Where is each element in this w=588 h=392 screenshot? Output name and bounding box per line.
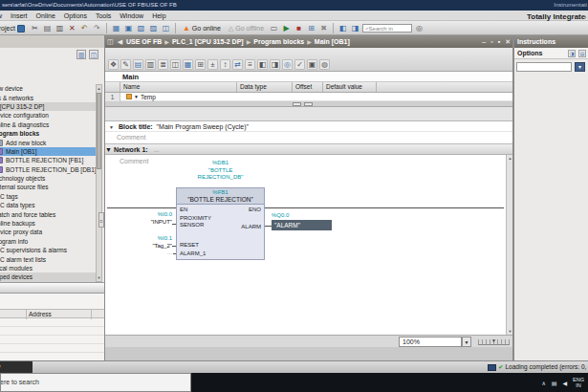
- restore-icon[interactable]: ▫: [490, 35, 492, 48]
- editor-toolbar-icon-9[interactable]: ±: [207, 59, 218, 70]
- tree-collapse-icon[interactable]: ◫: [89, 50, 98, 59]
- breadcrumb-part-2[interactable]: Program blocks: [253, 38, 304, 45]
- editor-toolbar-icon-12[interactable]: ≡: [245, 59, 255, 70]
- column-header-default-value[interactable]: Offset: [293, 82, 323, 92]
- editor-toolbar-icon-14[interactable]: ◨: [270, 59, 280, 70]
- dock-icon[interactable]: ◫: [107, 35, 114, 48]
- network-1-header[interactable]: ▼ Network 1: ...: [105, 143, 513, 155]
- start-cpu-icon[interactable]: ▶: [281, 23, 292, 33]
- device-view-icon[interactable]: ▣: [123, 23, 134, 33]
- options-icon-2[interactable]: ▤: [578, 50, 586, 57]
- tray-volume-icon[interactable]: ◀: [562, 380, 567, 386]
- remove-icon[interactable]: ✖: [318, 23, 329, 33]
- project-search-input[interactable]: <Search in project>: [362, 24, 412, 33]
- pin-alarm-output[interactable]: ALARM: [241, 224, 261, 230]
- operand-input[interactable]: %I0.0 "INPUT": [122, 211, 172, 226]
- sidebar-item-technology-objects[interactable]: ▶Technology objects: [0, 174, 98, 183]
- editor-toolbar-icon-16[interactable]: ✓: [294, 59, 305, 70]
- sidebar-item-plc-alarm-text-lists[interactable]: PLC alarm text lists: [0, 254, 98, 263]
- sidebar-item-plc-1-cpu-315-2-dp[interactable]: ▼PLC_1 [CPU 315-2 DP]: [0, 102, 98, 111]
- network-canvas[interactable]: Comment %DB1 "BOTTLE REJECTION_DB" %FB1 …: [105, 155, 513, 335]
- detailed-view-address-header[interactable]: Address: [0, 309, 104, 318]
- panel-splitter-grip[interactable]: ≡: [98, 212, 104, 228]
- interface-row-temp[interactable]: 1 ▼ Temp: [105, 93, 513, 101]
- sidebar-item-local-modules[interactable]: ▶Local modules: [0, 264, 98, 272]
- editor-toolbar-icon-18[interactable]: ◍: [319, 59, 330, 70]
- delete-icon[interactable]: ✕: [67, 23, 77, 33]
- language-indicator[interactable]: ENGIN: [573, 377, 584, 388]
- sidebar-item-online-backups[interactable]: ▶Online backups: [0, 219, 98, 228]
- sidebar-item-online-diagnostics[interactable]: Online & diagnostics: [0, 120, 98, 129]
- tray-network-icon[interactable]: ▤: [552, 380, 557, 386]
- column-header-comment[interactable]: Default value: [323, 82, 377, 92]
- sidebar-item-plc-supervisions-alarms[interactable]: PLC supervisions & alarms: [0, 246, 98, 254]
- detailed-view-header[interactable]: Detailed view: [0, 282, 104, 294]
- windows-search-box[interactable]: Type here to search: [0, 373, 191, 392]
- editor-toolbar-icon-4[interactable]: ▥: [145, 59, 156, 70]
- maximize-icon[interactable]: ▪: [498, 35, 500, 48]
- save-project-button[interactable]: Save project: [0, 22, 28, 34]
- menu-online[interactable]: Online: [36, 11, 55, 21]
- sidebar-item-plc-data-types[interactable]: ▶PLC data types: [0, 201, 98, 209]
- pin-reset[interactable]: RESET: [180, 242, 199, 249]
- undo-icon[interactable]: ↶: [79, 23, 90, 33]
- back-icon[interactable]: ◀: [118, 35, 122, 48]
- go-offline-button[interactable]: △Go offline: [226, 22, 267, 34]
- cut-icon[interactable]: ✂: [30, 23, 40, 33]
- pin-proximity-sensor-line2[interactable]: SENSOR: [180, 222, 204, 229]
- scroll-up-icon[interactable]: ▲: [507, 156, 513, 161]
- pin-alarm-1[interactable]: ALARM_1: [180, 250, 206, 257]
- column-header-name[interactable]: [105, 82, 120, 92]
- split-editor-v-icon[interactable]: ◧: [338, 23, 348, 33]
- close-icon[interactable]: ✕: [505, 35, 511, 48]
- sidebar-item-watch-and-force-tables[interactable]: ▶Watch and force tables: [0, 209, 98, 218]
- block-title-row[interactable]: ▼ Block title: "Main Program Sweep (Cycl…: [105, 121, 513, 132]
- sidebar-item-add-new-block[interactable]: Add new block: [0, 138, 98, 146]
- pin-eno[interactable]: ENO: [249, 207, 261, 213]
- editor-toolbar-icon-15[interactable]: ◎: [282, 59, 293, 70]
- sidebar-item-bottle-rejection-fb1[interactable]: BOTTLE REJECTION [FB1]: [0, 156, 98, 164]
- instruction-filter-icon[interactable]: ▾: [575, 62, 585, 72]
- instruction-search-input[interactable]: [516, 62, 572, 72]
- sidebar-item-plc-tags[interactable]: ▶PLC tags: [0, 192, 98, 201]
- zoom-slider[interactable]: ▼: [478, 339, 510, 345]
- collapse-icon[interactable]: ▼: [105, 146, 112, 153]
- minimize-icon[interactable]: –: [482, 35, 486, 48]
- breadcrumb-part-3[interactable]: Main [OB1]: [315, 38, 350, 45]
- add-device-icon[interactable]: ▦: [111, 23, 121, 33]
- breadcrumb-part-0[interactable]: USE OF FB: [126, 38, 162, 45]
- detail-view-icon[interactable]: ◫: [161, 23, 171, 33]
- portal-view-button[interactable]: Portal view: [0, 361, 33, 373]
- split-view-icon[interactable]: ▨: [148, 23, 159, 33]
- editor-toolbar-icon-3[interactable]: ▤: [133, 59, 143, 70]
- editor-toolbar-icon-8[interactable]: ⊞: [195, 59, 206, 70]
- instance-db-label[interactable]: %DB1 "BOTTLE REJECTION_DB": [176, 160, 265, 182]
- editor-toolbar-icon-7[interactable]: ▦: [183, 59, 193, 70]
- menu-window[interactable]: Window: [120, 11, 143, 21]
- pin-proximity-sensor-line1[interactable]: PROXIMITY: [180, 215, 211, 222]
- editor-toolbar-icon-10[interactable]: ↕: [220, 59, 230, 70]
- project-tree-scrollbar[interactable]: ▲ ▼: [96, 84, 102, 282]
- operand-tag2[interactable]: %I0.1 "Tag_2": [122, 235, 172, 250]
- menu-insert[interactable]: Insert: [11, 11, 28, 21]
- canvas-scrollbar[interactable]: ▲ ▼: [506, 155, 513, 335]
- zoom-slider-knob[interactable]: ▼: [491, 338, 496, 343]
- zoom-dropdown-icon[interactable]: ▼: [462, 337, 471, 347]
- stop-cpu-icon[interactable]: ■: [294, 23, 304, 33]
- options-icon-1[interactable]: ◨: [568, 50, 576, 57]
- sidebar-item-add-new-device[interactable]: Add new device: [0, 84, 98, 93]
- sidebar-item-program-info[interactable]: Program info: [0, 237, 98, 246]
- scroll-down-icon[interactable]: ▼: [507, 329, 513, 334]
- editor-toolbar-icon-2[interactable]: ✎: [120, 59, 131, 70]
- menu-options[interactable]: Options: [64, 11, 87, 21]
- redo-icon[interactable]: ↷: [92, 23, 102, 33]
- copy-icon[interactable]: ▤: [42, 23, 53, 33]
- find-icon[interactable]: ◎: [414, 23, 425, 33]
- sidebar-item-devices-networks[interactable]: Devices & networks: [0, 93, 98, 101]
- menu-help[interactable]: Help: [152, 11, 165, 21]
- menu-tools[interactable]: Tools: [96, 11, 111, 21]
- bottle-rejection-block[interactable]: %FB1 "BOTTLE REJECTION" EN ENO PROXIMITY…: [176, 187, 265, 260]
- scroll-down-icon[interactable]: ▼: [97, 275, 101, 280]
- scroll-up-icon[interactable]: ▲: [97, 86, 101, 91]
- editor-toolbar-icon-1[interactable]: ❖: [108, 59, 119, 70]
